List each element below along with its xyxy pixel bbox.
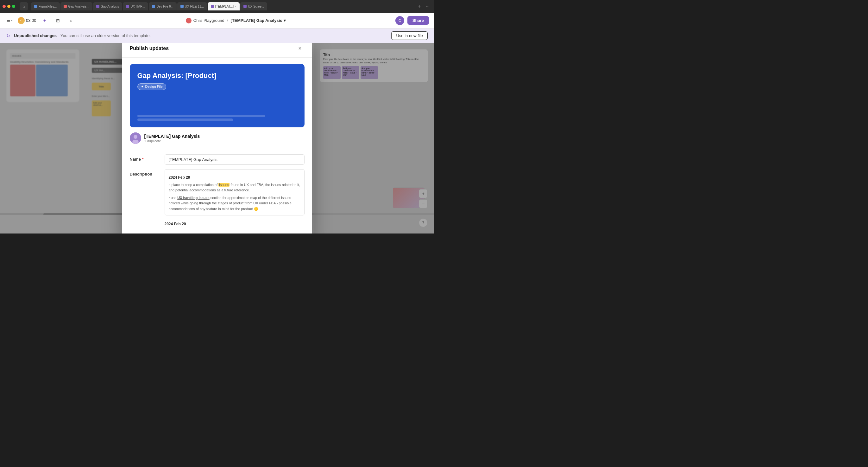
timer-icon: ⏱: [18, 17, 25, 24]
template-type-badge: ✦ Design File: [137, 83, 166, 90]
toolbar-left: ☰ ▾ ⏱ 03:00 ✦ ⊞ ○: [5, 16, 76, 26]
breadcrumb-separator: /: [227, 18, 228, 23]
menu-button[interactable]: ☰ ▾: [5, 17, 14, 24]
browser-tab-1[interactable]: FigmaFiles...: [31, 2, 60, 10]
timer-area: ⏱ 03:00: [18, 17, 36, 24]
timer-display: 03:00: [26, 18, 36, 23]
browser-tab-3[interactable]: Gap Analysis: [93, 2, 122, 10]
browser-tab-4[interactable]: UX HAR...: [123, 2, 148, 10]
name-label: Name *: [130, 154, 158, 162]
publish-updates-modal: Publish updates × Gap Analysis: [Product…: [122, 43, 312, 233]
description-textarea[interactable]: 2024 Feb 29 a place to keep a compilatio…: [165, 170, 304, 215]
browser-tab-7[interactable]: [TEMPLAT...] ×: [208, 2, 240, 10]
browser-chrome: ⌂ FigmaFiles... Gap Analysis... Gap Anal…: [0, 0, 434, 13]
tab-close-icon[interactable]: ×: [235, 5, 237, 8]
breadcrumb-chevron-icon: ▾: [284, 18, 286, 23]
traffic-light-yellow[interactable]: [7, 5, 10, 8]
template-file-name: [TEMPLATE] Gap Analysis: [144, 134, 200, 139]
new-tab-button[interactable]: +: [416, 3, 422, 9]
preview-lines: [137, 115, 297, 121]
svg-point-1: [133, 135, 137, 139]
design-file-label: Design File: [145, 85, 163, 88]
name-input[interactable]: [165, 154, 305, 165]
home-button[interactable]: ⌂: [20, 2, 28, 10]
share-button[interactable]: Share: [407, 16, 429, 25]
browser-tabs: FigmaFiles... Gap Analysis... Gap Analys…: [31, 2, 415, 10]
date-header-2: 2024 Feb 20: [165, 222, 186, 226]
date2-row: 2024 Feb 20: [130, 220, 305, 228]
template-avatar: [130, 133, 141, 144]
unpublished-title: Unpublished changes: [14, 33, 57, 38]
traffic-light-green[interactable]: [12, 5, 15, 8]
traffic-light-red[interactable]: [3, 5, 6, 8]
browser-tab-5[interactable]: Dev File 6...: [149, 2, 176, 10]
browser-tab-8[interactable]: UX Scree...: [240, 2, 267, 10]
preview-line-1: [137, 115, 265, 117]
layout-button[interactable]: ⊞: [53, 16, 63, 26]
more-options-button[interactable]: ···: [424, 4, 431, 9]
browser-tab-2[interactable]: Gap Analysis...: [60, 2, 92, 10]
breadcrumb-workspace: Chi's Playground: [193, 18, 224, 23]
modal-close-button[interactable]: ×: [296, 44, 305, 53]
description-wrapper: 2024 Feb 29 a place to keep a compilatio…: [165, 169, 305, 215]
template-meta: [TEMPLATE] Gap Analysis 1 duplicate: [144, 134, 200, 143]
unpublished-description: You can still use an older version of th…: [60, 33, 388, 38]
description-text-2: • use UX handling Issues section for app…: [169, 195, 301, 212]
app-toolbar: ☰ ▾ ⏱ 03:00 ✦ ⊞ ○ Chi's Playground / [TE…: [0, 13, 434, 29]
canvas-area[interactable]: Issues Usability Heuristics: Consistency…: [0, 43, 434, 233]
toolbar-right: C Share: [395, 16, 429, 25]
design-file-icon: ✦: [141, 85, 144, 89]
description-label: Description: [130, 169, 158, 176]
modal-body: Gap Analysis: [Product] ✦ Design File: [122, 58, 312, 233]
description-text-1: a place to keep a compilation of issues …: [169, 182, 301, 193]
traffic-lights: [3, 5, 15, 8]
required-indicator: *: [142, 157, 144, 162]
breadcrumb: Chi's Playground / [TEMPLATE] Gap Analys…: [80, 18, 392, 24]
name-form-row: Name *: [130, 154, 305, 165]
description-form-row: Description 2024 Feb 29 a place to keep …: [130, 169, 305, 215]
breadcrumb-current-page[interactable]: [TEMPLATE] Gap Analysis ▾: [230, 18, 285, 23]
template-info-row: [TEMPLATE] Gap Analysis 1 duplicate: [130, 133, 305, 149]
modal-header: Publish updates ×: [122, 43, 312, 58]
template-preview-title: Gap Analysis: [Product]: [137, 71, 297, 80]
modal-title: Publish updates: [130, 46, 169, 51]
preview-line-2: [137, 118, 233, 121]
avatar-button[interactable]: C: [395, 16, 404, 25]
template-subtitle: 1 duplicate: [144, 139, 200, 143]
chat-button[interactable]: ○: [66, 16, 76, 26]
ai-button[interactable]: ✦: [39, 16, 50, 26]
use-in-new-file-button[interactable]: Use in new file: [391, 31, 428, 40]
description-content: 2024 Feb 29 a place to keep a compilatio…: [165, 169, 305, 215]
modal-overlay: Publish updates × Gap Analysis: [Product…: [0, 43, 434, 233]
date-header-1: 2024 Feb 29: [169, 175, 301, 181]
template-preview-card: Gap Analysis: [Product] ✦ Design File: [130, 64, 305, 127]
browser-tab-6[interactable]: UX FILE 11...: [177, 2, 207, 10]
unpublished-banner: ↻ Unpublished changes You can still use …: [0, 29, 434, 43]
unpublished-icon: ↻: [6, 33, 10, 38]
